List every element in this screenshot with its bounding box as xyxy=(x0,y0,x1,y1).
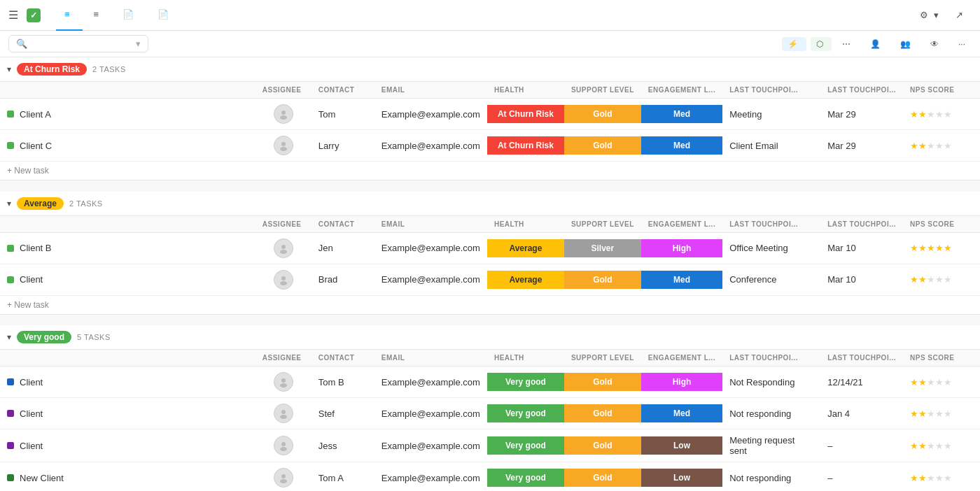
menu-icon[interactable]: ☰ xyxy=(8,8,18,22)
spacer-average xyxy=(0,314,980,325)
spacer-churn xyxy=(0,180,980,192)
group-header-verygood: ▾ Very good 5 TASKS xyxy=(0,325,980,350)
new-task-row-churn[interactable]: + New task xyxy=(0,162,980,180)
svg-point-2 xyxy=(281,142,286,146)
col-header-contact: CONTACT xyxy=(312,350,374,367)
new-task-button-churn[interactable]: + New task xyxy=(0,162,980,180)
renewal-icon: ≡ xyxy=(94,9,99,20)
group-chevron-verygood[interactable]: ▾ xyxy=(7,332,11,342)
table-row[interactable]: Client Brad Example@example.com Average … xyxy=(0,264,980,295)
group-chevron-churn[interactable]: ▾ xyxy=(7,64,11,74)
col-header-nps: NPS SCORE xyxy=(903,215,980,232)
task-name-label: New Client xyxy=(20,473,64,483)
task-assignee-cell xyxy=(255,367,312,398)
group-by-button[interactable]: ⬡ xyxy=(811,37,832,51)
engage-badge: High xyxy=(641,239,722,257)
col-header-touch2: LAST TOUCHPOI... xyxy=(820,215,903,232)
engagement-icon: ≡ xyxy=(64,9,70,20)
automate-button[interactable]: ⚙ ▾ xyxy=(914,7,944,23)
col-header-email: EMAIL xyxy=(374,215,487,232)
task-name-label: Client xyxy=(20,274,43,285)
task-engage-cell: Med xyxy=(641,130,722,162)
task-touch2-cell: – xyxy=(820,429,903,462)
task-contact-cell: Brad xyxy=(312,264,374,295)
table-row[interactable]: Client Tom B Example@example.com Very go… xyxy=(0,367,980,398)
tab-feedback[interactable]: 📄 xyxy=(149,0,181,31)
col-header-touch1: LAST TOUCHPOI... xyxy=(722,82,820,99)
filter-button[interactable]: ⚡ xyxy=(782,37,806,51)
group-task-count-churn: 2 TASKS xyxy=(92,65,126,73)
more-button[interactable]: ··· xyxy=(952,36,972,52)
table-row[interactable]: New Client Tom A Example@example.com Ver… xyxy=(0,462,980,492)
group-header-cell-average: ▾ Average 2 TASKS xyxy=(0,192,980,216)
spacer-cell xyxy=(0,180,980,192)
task-dot xyxy=(7,111,14,118)
health-badge: At Churn Risk xyxy=(487,105,564,123)
task-dot xyxy=(7,245,14,252)
task-touch2-cell: Mar 10 xyxy=(820,264,903,295)
svg-point-14 xyxy=(281,474,286,478)
task-touch1-cell: Meeting xyxy=(722,99,820,130)
health-badge: At Churn Risk xyxy=(487,136,564,155)
new-task-row-average[interactable]: + New task xyxy=(0,295,980,314)
share-icon: ↗ xyxy=(955,10,963,20)
col-header-touch2: LAST TOUCHPOI... xyxy=(820,82,903,99)
group-chevron-average[interactable]: ▾ xyxy=(7,199,11,208)
assignees-button[interactable]: 👥 xyxy=(894,36,920,52)
task-email-cell: Example@example.com xyxy=(374,462,487,492)
share-button[interactable]: ↗ xyxy=(950,7,972,23)
svg-point-8 xyxy=(281,378,286,383)
group-badge-verygood: Very good xyxy=(17,331,71,343)
new-task-button-average[interactable]: + New task xyxy=(0,295,980,314)
show-icon: 👁 xyxy=(930,39,939,49)
engage-badge: Low xyxy=(641,436,722,455)
task-dot xyxy=(7,442,14,449)
task-support-cell: Gold xyxy=(564,462,641,492)
task-engage-cell: Med xyxy=(641,398,722,429)
col-header-email: EMAIL xyxy=(374,82,487,99)
tab-renewal[interactable]: ≡ xyxy=(85,0,112,31)
assignee-avatar xyxy=(274,372,293,392)
col-header-contact: CONTACT xyxy=(312,215,374,232)
table-row[interactable]: Client C Larry Example@example.com At Ch… xyxy=(0,130,980,162)
col-header-touch1: LAST TOUCHPOI... xyxy=(722,215,820,232)
table-row[interactable]: Client Jess Example@example.com Very goo… xyxy=(0,429,980,462)
subtasks-icon: ⋯ xyxy=(842,39,850,49)
table-row[interactable]: Client Stef Example@example.com Very goo… xyxy=(0,398,980,429)
table-row[interactable]: Client A Tom Example@example.com At Chur… xyxy=(0,99,980,130)
tab-add-view[interactable] xyxy=(184,0,201,31)
task-support-cell: Gold xyxy=(564,99,641,130)
me-button[interactable]: 👤 xyxy=(864,36,890,52)
task-touch1-cell: Client Email xyxy=(722,130,820,162)
col-header-contact: CONTACT xyxy=(312,82,374,99)
assignee-avatar xyxy=(274,436,293,455)
svg-point-13 xyxy=(280,447,287,451)
app-logo xyxy=(27,8,45,22)
task-touch2-cell: Jan 4 xyxy=(820,398,903,429)
task-nps-cell: ★★★★★ xyxy=(903,398,980,429)
col-header-name xyxy=(0,215,255,232)
task-touch2-cell: Mar 29 xyxy=(820,130,903,162)
show-button[interactable]: 👁 xyxy=(924,36,948,52)
task-support-cell: Silver xyxy=(564,232,641,264)
nav-right: ⚙ ▾ ↗ xyxy=(914,7,972,23)
task-nps-cell: ★★★★★ xyxy=(903,232,980,264)
logo-icon xyxy=(27,8,41,22)
task-name-label: Client C xyxy=(20,141,52,151)
task-touch1-cell: Office Meeting xyxy=(722,232,820,264)
search-box[interactable]: 🔍 ▾ xyxy=(8,35,148,52)
health-badge: Very good xyxy=(487,404,564,422)
svg-point-1 xyxy=(280,115,287,120)
task-touch1-cell: Not Responding xyxy=(722,367,820,398)
engage-badge: Low xyxy=(641,469,722,487)
group-icon: ⬡ xyxy=(816,39,823,49)
tab-playbook[interactable]: 📄 xyxy=(114,0,146,31)
engage-badge: Med xyxy=(641,136,722,155)
subtasks-button[interactable]: ⋯ xyxy=(836,36,860,52)
tab-engagement[interactable]: ≡ xyxy=(56,0,83,31)
support-badge: Gold xyxy=(564,436,641,455)
task-engage-cell: High xyxy=(641,367,722,398)
engage-badge: Med xyxy=(641,404,722,422)
table-row[interactable]: Client B Jen Example@example.com Average… xyxy=(0,232,980,264)
engage-badge: Med xyxy=(641,105,722,123)
